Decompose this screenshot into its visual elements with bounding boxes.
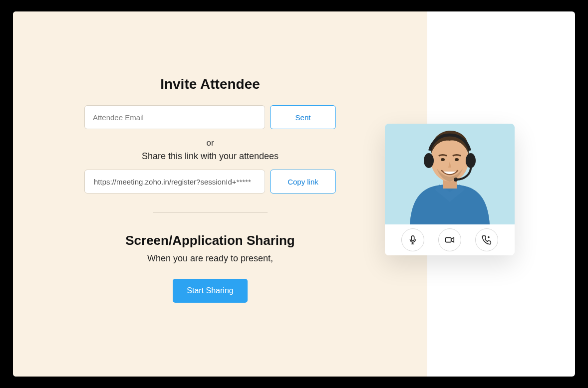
video-thumbnail: [385, 124, 515, 224]
or-separator: or: [13, 138, 407, 148]
video-preview-card: [385, 124, 515, 255]
svg-rect-12: [446, 237, 451, 242]
svg-point-8: [455, 158, 459, 161]
svg-point-4: [424, 153, 434, 168]
main-panel: Invite Attendee Sent or Share this link …: [13, 11, 427, 377]
start-sharing-button[interactable]: Start Sharing: [173, 279, 247, 303]
email-row: Sent: [13, 105, 407, 129]
svg-rect-9: [411, 236, 414, 241]
mic-button[interactable]: [401, 228, 424, 251]
invite-title: Invite Attendee: [13, 76, 407, 92]
phone-icon: [481, 234, 492, 245]
attendee-email-input[interactable]: [84, 105, 265, 129]
presenter-avatar: [400, 124, 500, 224]
meeting-link-field[interactable]: https://meeting.zoho.in/register?session…: [84, 170, 265, 194]
svg-point-7: [441, 158, 445, 161]
sharing-title: Screen/Application Sharing: [13, 233, 407, 248]
video-controls: [385, 224, 515, 255]
invite-section: Invite Attendee Sent or Share this link …: [13, 76, 407, 303]
sent-button[interactable]: Sent: [270, 105, 336, 129]
video-button[interactable]: [438, 228, 461, 251]
link-row: https://meeting.zoho.in/register?session…: [13, 170, 407, 194]
call-button[interactable]: [475, 228, 498, 251]
microphone-icon: [407, 234, 418, 245]
share-link-text: Share this link with your attendees: [13, 151, 407, 162]
app-frame: Invite Attendee Sent or Share this link …: [13, 11, 575, 377]
section-divider: [153, 212, 268, 213]
copy-link-button[interactable]: Copy link: [270, 170, 336, 194]
video-icon: [444, 234, 455, 245]
sharing-subtitle: When you are ready to present,: [13, 253, 407, 264]
